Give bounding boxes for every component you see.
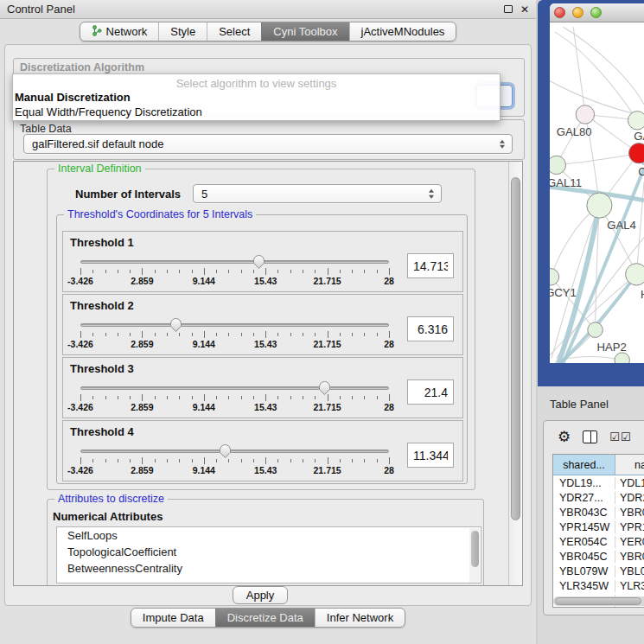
threshold-value-field[interactable] bbox=[407, 253, 454, 278]
network-edge bbox=[550, 81, 644, 117]
table-row[interactable]: YBR043CYBR0 bbox=[553, 505, 644, 520]
table-row[interactable]: YLR345WYLR3 bbox=[553, 579, 644, 594]
slider-thumb[interactable] bbox=[169, 317, 182, 333]
slider-track[interactable] bbox=[80, 260, 389, 264]
cell-name[interactable]: YBL0 bbox=[615, 565, 644, 577]
threshold-value-field[interactable] bbox=[407, 316, 454, 341]
slider-track[interactable] bbox=[80, 450, 389, 453]
table-row[interactable]: YBL079WYBL0 bbox=[553, 564, 644, 579]
network-node[interactable] bbox=[550, 269, 559, 285]
float-window-icon[interactable] bbox=[504, 5, 513, 13]
table-hscrollbar[interactable] bbox=[553, 596, 644, 606]
threshold-slider[interactable]: -3.4262.8599.14415.4321.71528 bbox=[80, 316, 389, 350]
cell-name[interactable]: YBR0 bbox=[615, 507, 644, 519]
network-node[interactable] bbox=[628, 112, 644, 130]
tab-label: Discretize Data bbox=[227, 611, 303, 624]
slider-track[interactable] bbox=[80, 386, 389, 390]
network-node[interactable] bbox=[576, 105, 594, 124]
cell-shared-name[interactable]: YBR045C bbox=[553, 551, 615, 563]
minimize-traffic-light[interactable] bbox=[572, 7, 583, 18]
attribute-list-item[interactable]: BetweennessCentrality bbox=[57, 560, 481, 577]
combobox-arrows-icon bbox=[500, 139, 505, 149]
close-icon[interactable]: ✕ bbox=[520, 4, 529, 15]
table-row[interactable]: YDR27...YDR2 bbox=[553, 490, 644, 505]
panel-scrollbar-thumb[interactable] bbox=[511, 177, 520, 520]
network-node-label: C bbox=[638, 165, 644, 178]
num-intervals-combobox[interactable]: 5 bbox=[193, 184, 442, 203]
control-panel-titlebar: Control Panel ✕ bbox=[0, 0, 536, 19]
network-window-titlebar[interactable] bbox=[550, 3, 644, 22]
cell-name[interactable]: YLR3 bbox=[615, 580, 644, 592]
tab-network[interactable]: Network bbox=[80, 22, 159, 41]
gear-icon[interactable]: ⚙ bbox=[558, 430, 571, 444]
list-scrollbar-thumb[interactable] bbox=[471, 531, 479, 567]
slider-thumb[interactable] bbox=[252, 254, 265, 270]
attribute-list-item[interactable]: SelfLoops bbox=[57, 527, 481, 544]
attribute-list-item[interactable]: TopologicalCoefficient bbox=[57, 544, 481, 560]
cell-name[interactable]: YBR0 bbox=[615, 551, 644, 563]
apply-button[interactable]: Apply bbox=[233, 586, 288, 604]
cell-shared-name[interactable]: YDR27... bbox=[553, 492, 615, 504]
checkbox-icons[interactable]: ☑☑ bbox=[609, 431, 631, 443]
slider-thumb[interactable] bbox=[219, 443, 232, 459]
network-edge bbox=[564, 27, 644, 105]
tab-infer-network[interactable]: Infer Network bbox=[315, 609, 405, 627]
threshold-row-2: Threshold 2 -3.4262.8599.14415.4321.7152… bbox=[62, 294, 463, 355]
network-node[interactable] bbox=[550, 156, 565, 174]
tab-select[interactable]: Select bbox=[207, 22, 261, 41]
tab-cyni-toolbox[interactable]: Cyni Toolbox bbox=[261, 22, 348, 41]
cell-shared-name[interactable]: YDL19... bbox=[553, 477, 615, 489]
cell-shared-name[interactable]: YBR043C bbox=[553, 507, 615, 519]
tab-jactivemnodules[interactable]: jActiveMNodules bbox=[349, 22, 456, 41]
control-panel: Control Panel ✕ bbox=[0, 0, 536, 644]
cell-name[interactable]: YER0 bbox=[615, 536, 644, 548]
threshold-label: Threshold 1 bbox=[70, 236, 134, 249]
menu-item-manual-discretization[interactable]: Manual Discretization bbox=[15, 91, 131, 104]
cell-name[interactable]: YPR1 bbox=[615, 521, 644, 533]
cell-shared-name[interactable]: YER054C bbox=[553, 536, 615, 548]
threshold-value-field[interactable] bbox=[407, 379, 454, 405]
list-scrollbar[interactable] bbox=[469, 528, 480, 583]
threshold-slider[interactable]: -3.4262.8599.14415.4321.71528 bbox=[80, 442, 389, 476]
network-node[interactable] bbox=[628, 143, 644, 163]
slider-thumb[interactable] bbox=[318, 380, 331, 396]
table-row[interactable]: YER054CYER0 bbox=[553, 534, 644, 549]
cell-name[interactable]: YDR2 bbox=[615, 492, 644, 504]
network-canvas[interactable]: GAL80GACGAL11GAL4GCY1HHAP2 bbox=[550, 22, 644, 363]
tab-discretize-data[interactable]: Discretize Data bbox=[215, 609, 315, 627]
network-node[interactable] bbox=[615, 353, 630, 363]
column-header-shared[interactable]: shared... bbox=[553, 455, 615, 475]
zoom-traffic-light[interactable] bbox=[590, 7, 602, 18]
network-view-window[interactable]: GAL80GACGAL11GAL4GCY1HHAP2 bbox=[538, 0, 644, 386]
cell-shared-name[interactable]: YBL079W bbox=[553, 565, 615, 577]
network-node[interactable] bbox=[587, 193, 612, 218]
numerical-attributes-list[interactable]: SelfLoopsTopologicalCoefficientBetweenne… bbox=[56, 526, 481, 583]
close-traffic-light[interactable] bbox=[554, 7, 565, 18]
table-row[interactable]: YBR045CYBR0 bbox=[553, 549, 644, 564]
split-columns-icon[interactable] bbox=[583, 430, 597, 443]
column-header-name[interactable]: na bbox=[615, 455, 644, 475]
thresholds-group: Threshold's Coordinates for 5 Intervals … bbox=[56, 214, 468, 484]
cell-shared-name[interactable]: YPR145W bbox=[553, 521, 615, 533]
cell-name[interactable]: YDL1 bbox=[615, 477, 644, 489]
tab-label: Cyni Toolbox bbox=[273, 25, 337, 38]
cell-shared-name[interactable]: YLR345W bbox=[553, 580, 615, 592]
table-row[interactable]: YPR145WYPR1 bbox=[553, 520, 644, 534]
node-table[interactable]: shared... na YDL19...YDL1YDR27...YDR2YBR… bbox=[552, 454, 644, 608]
threshold-label: Threshold 2 bbox=[70, 299, 134, 312]
tab-style[interactable]: Style bbox=[158, 22, 207, 41]
network-node[interactable] bbox=[626, 264, 644, 285]
panel-scrollbar[interactable] bbox=[508, 162, 522, 585]
interval-definition-group: Interval Definition Number of Intervals … bbox=[47, 169, 475, 490]
threshold-slider[interactable]: -3.4262.8599.14415.4321.71528 bbox=[80, 379, 389, 413]
threshold-value-field[interactable] bbox=[407, 443, 454, 468]
threshold-slider[interactable]: -3.4262.8599.14415.4321.71528 bbox=[80, 252, 389, 287]
network-node[interactable] bbox=[588, 322, 603, 338]
tab-impute-data[interactable]: Impute Data bbox=[131, 609, 215, 627]
network-edge bbox=[557, 153, 639, 165]
slider-track[interactable] bbox=[80, 323, 389, 327]
menu-item-equal-width-frequency[interactable]: Equal Width/Frequency Discretization bbox=[15, 105, 202, 118]
table-row[interactable]: YDL19...YDL1 bbox=[553, 475, 644, 490]
table-data-combobox[interactable]: galFiltered.sif default node bbox=[23, 134, 513, 154]
table-hscrollbar-thumb[interactable] bbox=[555, 597, 641, 605]
